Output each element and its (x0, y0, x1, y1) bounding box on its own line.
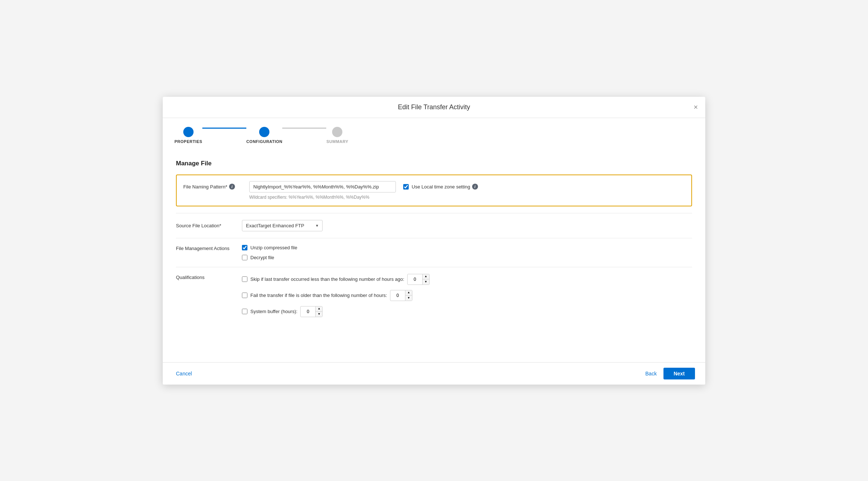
source-file-select-wrapper: ExactTarget Enhanced FTP FTP SFTP ▼ (242, 220, 323, 231)
qual-1-up-button[interactable]: ▲ (423, 274, 429, 279)
local-timezone-row: Use Local time zone setting i (403, 184, 478, 190)
unzip-checkbox[interactable] (242, 245, 247, 250)
step-connector-2 (282, 128, 326, 129)
modal-footer: Cancel Back Next (163, 362, 705, 385)
qual-1-input[interactable] (408, 275, 422, 284)
qual-item-1: Skip if last transfer occurred less than… (242, 274, 430, 285)
local-timezone-info-icon[interactable]: i (472, 184, 478, 190)
divider-2 (176, 238, 692, 238)
qual-1-label: Skip if last transfer occurred less than… (250, 276, 404, 282)
file-naming-section: File Naming Pattern* i Use Local time zo… (176, 175, 692, 206)
file-management-checkboxes: Unzip compressed file Decrypt file (242, 245, 297, 260)
file-management-label: File Management Actions (176, 245, 242, 251)
qual-3-down-button[interactable]: ▼ (316, 312, 322, 317)
local-timezone-label: Use Local time zone setting i (412, 184, 478, 190)
step-summary: SUMMARY (326, 127, 348, 144)
modal-content: Manage File File Naming Pattern* i Use L… (163, 150, 705, 362)
stepper: PROPERTIES CONFIGURATION SUMMARY (163, 118, 705, 150)
qual-2-up-button[interactable]: ▲ (405, 290, 412, 295)
unzip-label: Unzip compressed file (250, 245, 297, 250)
file-naming-row: File Naming Pattern* i Use Local time zo… (183, 181, 685, 192)
step-label-summary: SUMMARY (326, 139, 348, 144)
file-naming-info-icon[interactable]: i (229, 184, 235, 190)
qual-1-checkbox[interactable] (242, 276, 247, 282)
qual-1-arrows: ▲ ▼ (422, 274, 429, 284)
step-connector-1 (202, 128, 246, 129)
qualifications-label: Qualifications (176, 274, 242, 280)
qualifications-section: Qualifications Skip if last transfer occ… (176, 274, 692, 317)
qualifications-row: Qualifications Skip if last transfer occ… (176, 274, 692, 317)
qual-3-label: System buffer (hours): (250, 309, 297, 314)
step-properties: PROPERTIES (174, 127, 202, 144)
step-label-properties: PROPERTIES (174, 139, 202, 144)
next-button[interactable]: Next (663, 368, 695, 379)
step-label-configuration: CONFIGURATION (246, 139, 283, 144)
file-management-row: File Management Actions Unzip compressed… (176, 245, 692, 260)
modal-header: Edit File Transfer Activity × (163, 97, 705, 118)
qual-2-down-button[interactable]: ▼ (405, 295, 412, 301)
cancel-button[interactable]: Cancel (173, 369, 195, 378)
qual-2-spinner: ▲ ▼ (390, 290, 412, 301)
qualifications-items: Skip if last transfer occurred less than… (242, 274, 430, 317)
decrypt-label: Decrypt file (250, 255, 274, 260)
qual-2-checkbox[interactable] (242, 293, 247, 298)
file-naming-input[interactable] (249, 181, 396, 192)
qual-2-input[interactable] (390, 291, 405, 300)
qual-2-label: Fail the transfer if file is older than … (250, 293, 387, 298)
source-file-label: Source File Location* (176, 223, 242, 228)
qual-2-arrows: ▲ ▼ (405, 290, 412, 301)
footer-right: Back Next (643, 368, 695, 379)
qual-item-3: System buffer (hours): ▲ ▼ (242, 306, 430, 317)
qual-3-arrows: ▲ ▼ (315, 306, 322, 317)
source-file-row: Source File Location* ExactTarget Enhanc… (176, 220, 692, 231)
unzip-item: Unzip compressed file (242, 245, 297, 250)
file-management-section: File Management Actions Unzip compressed… (176, 245, 692, 260)
divider-3 (176, 267, 692, 267)
divider-1 (176, 213, 692, 213)
step-circle-properties (183, 127, 194, 137)
qual-1-spinner: ▲ ▼ (407, 274, 430, 285)
qual-1-down-button[interactable]: ▼ (423, 279, 429, 284)
source-file-select[interactable]: ExactTarget Enhanced FTP FTP SFTP (242, 220, 323, 231)
wildcard-hint: Wildcard specifiers: %%Year%%, %%Month%%… (249, 195, 685, 200)
step-configuration: CONFIGURATION (246, 127, 283, 144)
decrypt-checkbox[interactable] (242, 255, 247, 260)
step-circle-summary (332, 127, 342, 137)
file-naming-label: File Naming Pattern* i (183, 184, 249, 190)
qual-3-spinner: ▲ ▼ (300, 306, 323, 317)
qual-3-up-button[interactable]: ▲ (316, 306, 322, 312)
back-button[interactable]: Back (643, 369, 660, 378)
decrypt-item: Decrypt file (242, 255, 297, 260)
qual-3-input[interactable] (301, 307, 315, 316)
section-title: Manage File (176, 160, 692, 167)
modal: Edit File Transfer Activity × PROPERTIES… (163, 97, 705, 385)
close-button[interactable]: × (694, 103, 698, 111)
step-circle-configuration (259, 127, 269, 137)
modal-title: Edit File Transfer Activity (398, 103, 470, 111)
local-timezone-checkbox[interactable] (403, 184, 409, 190)
qual-item-2: Fail the transfer if file is older than … (242, 290, 430, 301)
qual-3-checkbox[interactable] (242, 309, 247, 314)
